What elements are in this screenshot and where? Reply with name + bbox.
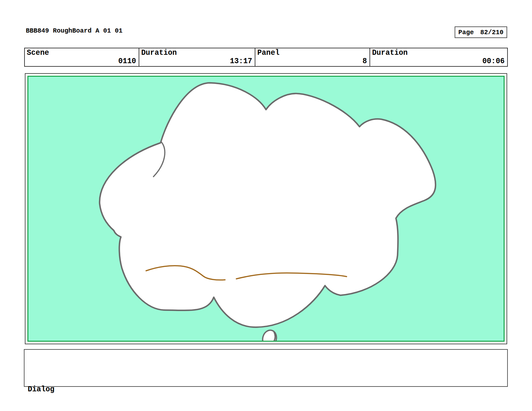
panel-label: Panel xyxy=(257,48,280,57)
panel-cell: Panel 8 xyxy=(255,48,369,66)
storyboard-panel-frame xyxy=(25,73,507,344)
scene-cell: Scene 0110 xyxy=(25,48,139,66)
panel-canvas xyxy=(27,76,505,342)
board-title: BBB849 RoughBoard A 01 01 xyxy=(26,27,123,34)
trailing-thought-bubble xyxy=(261,328,279,341)
scene-duration-value: 13:17 xyxy=(230,57,252,66)
storyboard-page: BBB849 RoughBoard A 01 01 Page 82/210 Sc… xyxy=(0,0,532,411)
scene-label: Scene xyxy=(27,48,49,57)
panel-duration-cell: Duration 00:06 xyxy=(369,48,507,66)
info-bar: Scene 0110 Duration 13:17 Panel 8 Durati… xyxy=(24,48,508,67)
scene-value: 0110 xyxy=(118,57,136,66)
page-value: 82/210 xyxy=(480,29,504,36)
panel-value: 8 xyxy=(362,57,367,66)
dialog-label: Dialog xyxy=(28,382,504,397)
page-number-box: Page 82/210 xyxy=(455,26,507,38)
thought-cloud-outline xyxy=(100,83,436,327)
scene-duration-label: Duration xyxy=(141,48,177,57)
dialog-box: Dialog TWEETY: These seeds will grow int… xyxy=(24,349,508,387)
scene-duration-cell: Duration 13:17 xyxy=(139,48,255,66)
panel-duration-value: 00:06 xyxy=(482,57,505,66)
thought-bubble-sketch xyxy=(28,77,504,341)
panel-duration-label: Duration xyxy=(372,48,408,57)
page-label: Page xyxy=(458,29,474,36)
